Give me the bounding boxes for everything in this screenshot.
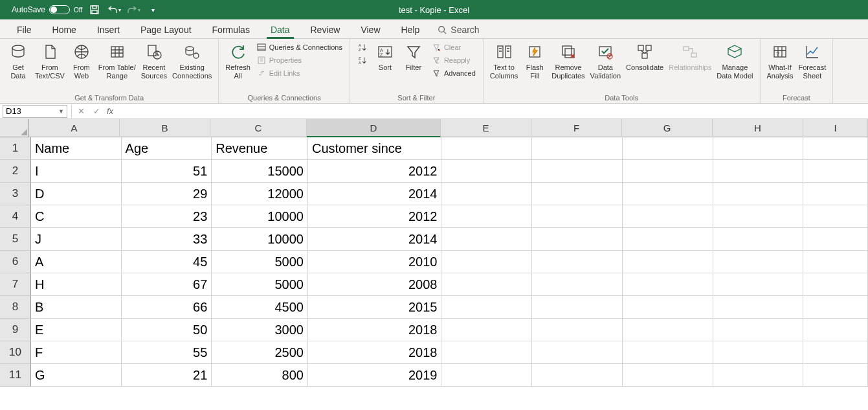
cell[interactable] — [441, 205, 532, 228]
cell[interactable]: D — [31, 183, 122, 205]
tell-me-search[interactable]: Search — [430, 21, 487, 38]
cell[interactable]: 50 — [122, 319, 212, 341]
cell[interactable]: 45 — [122, 251, 212, 273]
cell[interactable] — [532, 364, 623, 387]
cell[interactable]: 33 — [122, 228, 212, 251]
cell[interactable] — [713, 183, 804, 205]
column-header-D[interactable]: D — [307, 119, 441, 137]
cell[interactable]: I — [31, 160, 122, 183]
cell[interactable]: 23 — [122, 205, 212, 228]
cell[interactable] — [532, 228, 623, 251]
cell[interactable] — [532, 183, 623, 205]
cell[interactable] — [532, 251, 623, 273]
cell[interactable] — [713, 160, 804, 183]
cell[interactable]: 2015 — [308, 296, 442, 319]
cell[interactable]: Revenue — [212, 137, 308, 160]
fx-icon[interactable]: fx — [104, 106, 116, 116]
relationships-button[interactable]: Relationships — [666, 40, 714, 73]
formula-input[interactable] — [116, 105, 868, 118]
column-header-C[interactable]: C — [210, 119, 307, 137]
cell[interactable] — [713, 251, 804, 273]
cell[interactable]: E — [31, 319, 122, 341]
cell[interactable] — [713, 296, 804, 319]
queries-connections-button[interactable]: Queries & Connections — [256, 41, 343, 53]
cell[interactable] — [713, 341, 804, 364]
what-if-analysis-button[interactable]: ?What-If Analysis — [764, 40, 796, 82]
cell[interactable] — [713, 137, 804, 160]
name-box[interactable]: D13▼ — [3, 105, 67, 118]
manage-data-model-button[interactable]: Manage Data Model — [714, 40, 755, 82]
enter-formula-icon[interactable]: ✓ — [89, 106, 104, 116]
column-header-E[interactable]: E — [441, 119, 531, 137]
cell[interactable]: 66 — [122, 296, 212, 319]
column-header-B[interactable]: B — [120, 119, 210, 137]
cell[interactable] — [623, 341, 713, 364]
cell[interactable] — [532, 273, 623, 296]
reapply-button[interactable]: Reapply — [430, 54, 476, 66]
cell[interactable] — [532, 137, 623, 160]
cell[interactable] — [803, 319, 868, 341]
row-header[interactable]: 6 — [0, 251, 31, 273]
cell[interactable]: 15000 — [212, 160, 308, 183]
forecast-sheet-button[interactable]: Forecast Sheet — [796, 40, 829, 82]
cell[interactable] — [803, 251, 868, 273]
cell[interactable] — [803, 364, 868, 387]
cell[interactable]: 2018 — [308, 319, 442, 341]
cell[interactable]: H — [31, 273, 122, 296]
cell[interactable]: 2014 — [308, 228, 442, 251]
consolidate-button[interactable]: Consolidate — [623, 40, 666, 73]
text-to-columns-button[interactable]: Text to Columns — [487, 40, 520, 82]
column-header-A[interactable]: A — [29, 119, 120, 137]
data-validation-button[interactable]: Data Validation — [588, 40, 624, 82]
cell[interactable] — [441, 183, 532, 205]
cell[interactable]: 12000 — [212, 183, 308, 205]
cell[interactable]: 2008 — [308, 273, 442, 296]
cell[interactable]: Name — [31, 137, 122, 160]
cell[interactable] — [441, 137, 532, 160]
cell[interactable] — [623, 273, 713, 296]
cell[interactable] — [803, 205, 868, 228]
column-header-I[interactable]: I — [803, 119, 868, 137]
undo-icon[interactable]: ▾ — [107, 3, 121, 17]
cell[interactable] — [803, 296, 868, 319]
recent-sources-button[interactable]: Recent Sources — [139, 40, 170, 82]
cell[interactable]: 55 — [122, 341, 212, 364]
cell[interactable] — [532, 160, 623, 183]
cell[interactable] — [713, 364, 804, 387]
cell[interactable]: J — [31, 228, 122, 251]
cell[interactable] — [713, 273, 804, 296]
tab-home[interactable]: Home — [42, 21, 87, 38]
row-header[interactable]: 5 — [0, 228, 31, 251]
tab-file[interactable]: File — [6, 21, 42, 38]
cell[interactable]: 2018 — [308, 341, 442, 364]
redo-icon[interactable]: ▾ — [126, 3, 140, 17]
cell[interactable] — [532, 205, 623, 228]
row-header[interactable]: 1 — [0, 137, 31, 160]
cell[interactable]: 5000 — [212, 251, 308, 273]
sort-button[interactable]: AZSort — [371, 40, 399, 73]
cell[interactable] — [623, 364, 713, 387]
autosave-toggle[interactable]: AutoSave Off — [12, 5, 82, 14]
cell[interactable] — [623, 137, 713, 160]
sort-az-button[interactable]: AZ — [357, 41, 368, 53]
cell[interactable] — [441, 228, 532, 251]
cell[interactable]: 800 — [212, 364, 308, 387]
cell[interactable] — [623, 228, 713, 251]
tab-view[interactable]: View — [350, 21, 390, 38]
filter-button[interactable]: Filter — [399, 40, 428, 73]
row-header[interactable]: 3 — [0, 183, 31, 205]
cell[interactable]: 2012 — [308, 160, 442, 183]
select-all-corner[interactable] — [0, 119, 29, 137]
properties-button[interactable]: Properties — [256, 54, 343, 66]
cell[interactable]: 2012 — [308, 205, 442, 228]
cell[interactable] — [532, 319, 623, 341]
cell[interactable] — [441, 364, 532, 387]
cell[interactable] — [441, 341, 532, 364]
row-header[interactable]: 10 — [0, 341, 31, 364]
cell[interactable] — [803, 183, 868, 205]
customize-qat-icon[interactable]: ▾ — [146, 3, 160, 17]
cell[interactable] — [441, 160, 532, 183]
clear-button[interactable]: Clear — [430, 41, 476, 53]
cell[interactable]: 2019 — [308, 364, 442, 387]
existing-connections-button[interactable]: Existing Connections — [170, 40, 214, 82]
